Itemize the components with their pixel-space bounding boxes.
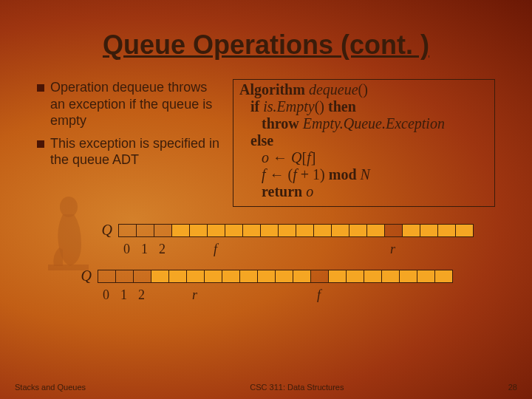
bullet-item: This exception is specified in the queue… — [37, 135, 222, 168]
cell-filled — [313, 224, 332, 237]
algo-line: throw Empty.Queue.Exception — [239, 115, 488, 132]
array-diagrams: Q — [37, 222, 495, 303]
cell-filled — [381, 270, 400, 283]
index-r: r — [383, 242, 402, 257]
decorative-figure — [41, 192, 100, 273]
cell-filled — [434, 270, 453, 283]
bullet-marker — [37, 140, 44, 148]
cell-filled — [399, 270, 417, 283]
footer: Stacks and Queues CSC 311: Data Structur… — [0, 383, 532, 392]
footer-center: CSC 311: Data Structures — [250, 383, 344, 392]
cell-filled — [366, 224, 385, 237]
cell-filled — [275, 270, 293, 283]
cell — [310, 270, 329, 283]
cell-filled — [346, 270, 364, 283]
algo-line: else — [239, 132, 488, 149]
bullet-marker — [37, 84, 44, 92]
cell-filled — [349, 224, 367, 237]
index-f: f — [206, 242, 225, 257]
index-label: 2 — [132, 287, 151, 303]
bullet-text: This exception is specified in the queue… — [50, 135, 222, 168]
cell-filled — [207, 224, 225, 237]
cell — [115, 270, 134, 283]
cell-filled — [168, 270, 187, 283]
cell-filled — [151, 270, 169, 283]
cell — [154, 224, 172, 237]
algo-line: o ← Q[f] — [239, 149, 488, 166]
algorithm-box: Algorithm dequeue() if is.Empty() then t… — [233, 79, 495, 207]
cell-filled — [225, 224, 243, 237]
index-label: 0 — [117, 242, 136, 257]
array-row: Q — [37, 222, 495, 239]
cell-filled — [242, 224, 261, 237]
page-title: Queue Operations (cont. ) — [37, 30, 495, 61]
algo-line: if is.Empty() then — [239, 98, 488, 115]
cell-filled — [204, 270, 222, 283]
cell — [384, 224, 403, 237]
cell-filled — [278, 224, 296, 237]
cell-filled — [417, 270, 435, 283]
cell-filled — [331, 224, 349, 237]
index-f: f — [310, 287, 328, 303]
cell — [98, 270, 116, 283]
cell-filled — [257, 270, 276, 283]
cell-filled — [171, 224, 190, 237]
cell-filled — [328, 270, 347, 283]
index-r: r — [185, 287, 204, 303]
footer-left: Stacks and Queues — [15, 383, 86, 392]
bullet-item: Operation dequeue throws an exception if… — [37, 79, 222, 129]
cell-filled — [455, 224, 474, 237]
bullet-text: Operation dequeue throws an exception if… — [50, 79, 222, 129]
cell-filled — [189, 224, 208, 237]
cell-filled — [222, 270, 240, 283]
cell-filled — [402, 224, 420, 237]
index-label: 1 — [115, 287, 133, 303]
cell-filled — [364, 270, 382, 283]
index-label: 1 — [135, 242, 154, 257]
cell — [118, 224, 137, 237]
array-row: Q — [37, 267, 495, 284]
footer-right: 28 — [508, 383, 517, 392]
cell-filled — [437, 224, 456, 237]
cell-filled — [420, 224, 438, 237]
slide: Queue Operations (cont. ) Operation dequ… — [0, 0, 532, 399]
index-row: 0 1 2 r f — [37, 287, 495, 303]
array-cells — [98, 270, 453, 283]
svg-point-0 — [60, 197, 78, 217]
cell-filled — [296, 224, 314, 237]
array-cells — [118, 224, 474, 237]
svg-rect-1 — [48, 265, 89, 270]
cell — [133, 270, 151, 283]
algo-line: f ← (f + 1) mod N — [239, 166, 488, 183]
cell — [136, 224, 154, 237]
index-row: 0 1 2 f r — [37, 242, 495, 257]
cell-filled — [186, 270, 205, 283]
cell-filled — [293, 270, 311, 283]
index-label: 0 — [97, 287, 115, 303]
algo-line: Algorithm dequeue() — [239, 81, 488, 98]
bullet-list: Operation dequeue throws an exception if… — [37, 79, 222, 207]
algo-line: return o — [239, 183, 488, 200]
cell-filled — [260, 224, 279, 237]
content-row: Operation dequeue throws an exception if… — [37, 79, 495, 207]
index-label: 2 — [153, 242, 171, 257]
cell-filled — [239, 270, 258, 283]
